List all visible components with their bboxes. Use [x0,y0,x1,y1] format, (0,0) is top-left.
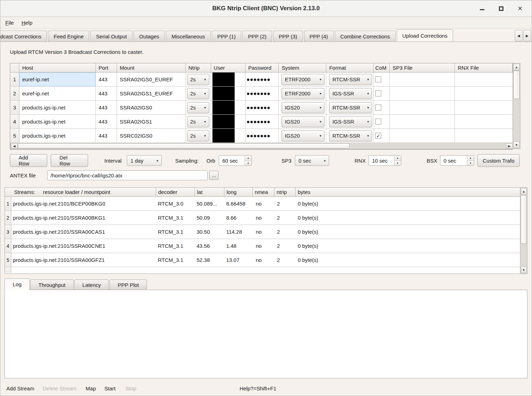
spin-up-icon[interactable]: ▲ [394,156,401,161]
spin-up-icon[interactable]: ▲ [467,156,474,161]
sp3-file-cell[interactable] [390,73,455,87]
del-row-button[interactable]: Del Row [51,154,88,167]
user-redacted[interactable] [212,129,235,143]
port-cell[interactable]: 443 [96,101,117,115]
stream-row[interactable]: 2 products.igs-ip.net:2101/SSRA00BKG1 RT… [5,211,520,225]
ntrip-dropdown[interactable]: 2s▾ [187,102,209,113]
add-row-button[interactable]: Add Row [10,154,47,167]
col-header-mount[interactable]: Mount [117,63,186,73]
bsx-spinbox[interactable]: 0 sec ▲▼ [440,155,474,166]
stream-row[interactable]: 1 products.igs-ip.net:2101/BCEP00BKG0 RT… [5,197,520,211]
system-dropdown[interactable]: IGS20▾ [282,116,324,127]
custom-trafo-button[interactable]: Custom Trafo [477,154,520,167]
tab-ppp-1[interactable]: PPP (1) [212,31,241,42]
scroll-down-icon[interactable]: ▼ [521,266,527,273]
format-dropdown[interactable]: RTCM-SSR▾ [329,74,372,85]
col-header-bytes[interactable]: bytes [296,188,520,196]
tab-ppp-plot[interactable]: PPP Plot [110,279,147,290]
spin-down-icon[interactable]: ▼ [467,161,474,166]
table-hscrollbar[interactable]: ◀ ▶ [10,143,513,149]
map-button[interactable]: Map [86,385,96,391]
scroll-up-icon[interactable]: ▲ [513,64,520,70]
col-header-rnx-file[interactable]: RNX File [455,63,513,73]
port-cell[interactable]: 443 [96,87,117,101]
system-dropdown[interactable]: IGS20▾ [282,102,324,113]
format-dropdown[interactable]: RTCM-SSR▾ [329,102,372,113]
minimize-button[interactable] [479,5,485,12]
maximize-button[interactable] [498,5,504,12]
menu-help[interactable]: Help [21,20,32,26]
password-cell[interactable]: ●●●●●●● [246,101,279,115]
host-cell[interactable]: products.igs-ip.net [19,115,96,129]
hscroll-thumb[interactable] [18,143,349,149]
port-cell[interactable]: 443 [96,129,117,143]
tab-ppp-3[interactable]: PPP (3) [273,31,303,42]
password-cell[interactable]: ●●●●●●● [246,87,279,101]
system-dropdown[interactable]: ETRF2000▾ [282,74,324,85]
row-header[interactable]: 4 [10,115,19,129]
spin-up-icon[interactable]: ▲ [245,156,252,161]
mount-cell[interactable]: SSRA02IGS0_EUREF [117,73,186,87]
rnx-file-cell[interactable] [455,73,513,87]
scroll-up-icon[interactable]: ▲ [521,188,527,195]
col-header-long[interactable]: long [224,188,253,196]
start-button[interactable]: Start [104,385,116,391]
sp3-file-cell[interactable] [390,87,455,101]
spin-down-icon[interactable]: ▼ [245,161,252,166]
rnx-file-cell[interactable] [455,129,513,143]
sp3-file-cell[interactable] [390,129,455,143]
format-dropdown[interactable]: RTCM-SSR▾ [329,130,372,142]
add-stream-button[interactable]: Add Stream [6,385,34,391]
col-header-user[interactable]: User [211,63,246,73]
user-redacted[interactable] [212,101,235,115]
system-dropdown[interactable]: IGS20▾ [282,130,324,142]
row-header[interactable]: 2 [10,87,19,101]
user-redacted[interactable] [212,115,235,129]
row-header[interactable]: 1 [10,73,19,87]
col-header-lat[interactable]: lat [195,188,224,196]
tab-throughput[interactable]: Throughput [30,279,74,290]
com-checkbox[interactable] [375,90,381,96]
menu-file[interactable]: File [5,20,14,26]
tab-ppp-2[interactable]: PPP (2) [242,31,272,42]
password-cell[interactable]: ●●●●●●● [246,73,279,87]
row-header[interactable]: 3 [10,101,19,115]
password-cell[interactable]: ●●●●●●● [246,115,279,129]
col-header-ntrip[interactable]: ntrip [274,188,296,196]
col-header-port[interactable]: Port [96,63,117,73]
close-button[interactable]: ✕ [517,5,523,12]
port-cell[interactable]: 443 [96,115,117,129]
scroll-down-icon[interactable]: ▼ [513,142,520,148]
interval-dropdown[interactable]: 1 day▾ [127,155,162,166]
orb-spinbox[interactable]: 60 sec ▲▼ [219,155,252,166]
scroll-left-icon[interactable]: ◀ [11,143,18,149]
col-header-decoder[interactable]: decoder [156,188,195,196]
mount-cell[interactable]: SSRC02IGS0 [117,129,186,143]
host-cell[interactable]: products.igs-ip.net [19,101,96,115]
col-header-sp3-file[interactable]: SP3 File [390,63,455,73]
rnx-file-cell[interactable] [455,87,513,101]
vscroll-thumb[interactable] [513,71,520,99]
rnx-file-cell[interactable] [455,115,513,129]
tab-broadcast-corrections[interactable]: Broadcast Corrections [0,31,47,42]
mount-cell[interactable]: SSRA02IGS1_EUREF [117,87,186,101]
ntrip-dropdown[interactable]: 2s▾ [187,130,209,142]
col-header-system[interactable]: System [279,63,326,73]
vscroll-thumb[interactable] [521,195,527,244]
tab-scroll-left-button[interactable]: ◀ [515,30,522,42]
tab-log[interactable]: Log [5,278,30,290]
col-header-com[interactable]: CoM [374,63,390,73]
system-dropdown[interactable]: ETRF2000▾ [282,88,324,99]
user-redacted[interactable] [212,87,235,101]
rnx-file-cell[interactable] [455,101,513,115]
tab-ppp-4[interactable]: PPP (4) [304,31,334,42]
table-vscrollbar[interactable]: ▲ ▼ [513,63,520,149]
tab-latency[interactable]: Latency [74,279,109,290]
col-header-host[interactable]: Host [19,63,96,73]
col-header-ntrip[interactable]: Ntrip [186,63,211,73]
stream-row[interactable]: 4 products.igs-ip.net:2101/SSRA00CNE1 RT… [5,239,520,253]
mount-cell[interactable]: SSRA02IGS1 [117,115,186,129]
com-checkbox[interactable] [375,76,381,82]
tab-upload-corrections[interactable]: Upload Corrections [397,29,453,42]
ntrip-dropdown[interactable]: 2s▾ [187,88,209,99]
